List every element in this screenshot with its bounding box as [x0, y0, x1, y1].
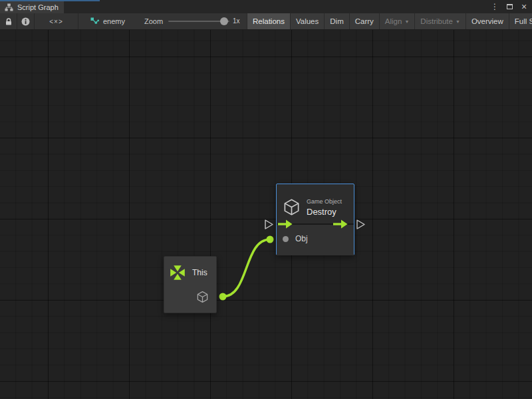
connections-overlay	[0, 30, 532, 399]
relations-button[interactable]: Relations	[247, 13, 290, 29]
graph-node-icon	[90, 17, 99, 26]
fullscreen-button[interactable]: Full Screen	[509, 13, 532, 29]
graph-name-label: enemy	[103, 17, 125, 25]
close-button[interactable]: ×	[519, 1, 529, 12]
info-button[interactable]	[17, 13, 35, 29]
obj-input-port[interactable]	[283, 236, 289, 242]
window-controls: ⋮ ×	[489, 0, 529, 13]
maximize-icon	[507, 4, 513, 9]
connection-source-dot[interactable]	[219, 293, 227, 301]
dim-button[interactable]: Dim	[324, 13, 348, 29]
tab-script-graph[interactable]: Script Graph	[0, 1, 64, 13]
obj-port-label: Obj	[295, 234, 308, 243]
graph-hierarchy-icon	[5, 3, 13, 11]
title-bar: Script Graph ⋮ ×	[0, 0, 532, 13]
window-menu-button[interactable]: ⋮	[489, 1, 500, 12]
overview-button[interactable]: Overview	[466, 13, 509, 29]
gameobject-cube-icon	[283, 198, 301, 216]
tab-title: Script Graph	[17, 3, 59, 11]
info-icon	[21, 17, 30, 26]
align-dropdown[interactable]: Align▼	[379, 13, 415, 29]
code-icon: <×>	[49, 18, 63, 25]
values-button[interactable]: Values	[290, 13, 324, 29]
carry-button[interactable]: Carry	[349, 13, 379, 29]
graph-toolbar: <×> enemy Zoom 1x Relations Values Dim C…	[0, 13, 532, 30]
lock-button[interactable]	[0, 13, 17, 29]
destroy-node-header: Game Object Destroy	[277, 184, 354, 223]
this-icon	[168, 263, 187, 282]
destroy-node-title: Destroy	[307, 207, 342, 217]
graph-canvas[interactable]: This Game Object	[0, 30, 532, 399]
gameobject-output-port-cube-icon[interactable]	[196, 291, 209, 303]
flow-input-port-triangle[interactable]	[265, 220, 273, 229]
zoom-label: Zoom	[144, 13, 163, 29]
destroy-node-category: Game Object	[307, 198, 342, 205]
lock-icon	[5, 17, 13, 26]
toolbar-toggle-group: Relations Values Dim Carry Align▼ Distri…	[247, 13, 532, 29]
connection-target-dot[interactable]	[267, 236, 274, 243]
chevron-down-icon: ▼	[456, 19, 460, 24]
node-this[interactable]: This	[164, 256, 217, 313]
graph-breadcrumb[interactable]: enemy	[90, 13, 125, 29]
maximize-button[interactable]	[504, 1, 515, 12]
distribute-dropdown[interactable]: Distribute▼	[414, 13, 466, 29]
zoom-value: 1x	[233, 13, 240, 29]
flow-out-arrow-icon[interactable]	[333, 219, 348, 229]
zoom-slider-handle[interactable]	[220, 17, 228, 25]
flow-in-arrow-icon[interactable]	[278, 219, 293, 229]
connection-this-to-obj[interactable]	[223, 239, 270, 297]
script-graph-window: Script Graph ⋮ × <×>	[0, 0, 532, 399]
node-destroy[interactable]: Game Object Destroy Obj	[276, 184, 354, 255]
this-node-header: This	[164, 257, 216, 282]
this-node-title: This	[192, 268, 207, 277]
obj-input-row: Obj	[283, 234, 308, 243]
chevron-down-icon: ▼	[404, 19, 409, 24]
flow-output-port-triangle[interactable]	[357, 220, 364, 229]
code-preview-button[interactable]: <×>	[35, 13, 78, 29]
